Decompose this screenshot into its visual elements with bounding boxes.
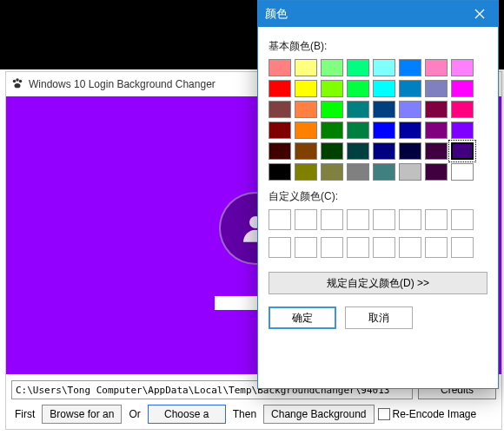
color-swatch[interactable]	[451, 142, 474, 160]
window-title: Windows 10 Login Background Changer	[29, 72, 216, 96]
color-swatch[interactable]	[451, 101, 474, 118]
custom-color-slot[interactable]	[295, 209, 317, 230]
color-swatch[interactable]	[373, 59, 395, 76]
custom-color-slot[interactable]	[399, 209, 421, 230]
custom-color-slot[interactable]	[347, 237, 369, 258]
custom-color-slot[interactable]	[347, 209, 369, 230]
custom-color-slot[interactable]	[399, 237, 421, 258]
svg-point-2	[19, 80, 23, 83]
custom-color-slot[interactable]	[373, 209, 395, 230]
color-swatch[interactable]	[321, 142, 343, 160]
color-swatch[interactable]	[451, 80, 474, 97]
color-swatch[interactable]	[399, 142, 421, 160]
color-swatch[interactable]	[425, 142, 448, 160]
dialog-close-icon[interactable]	[468, 3, 491, 25]
custom-color-slot[interactable]	[425, 237, 448, 258]
basic-colors-grid	[269, 59, 487, 181]
color-swatch[interactable]	[399, 80, 421, 97]
color-swatch[interactable]	[295, 59, 317, 76]
color-swatch[interactable]	[373, 163, 395, 181]
define-custom-button[interactable]: 规定自定义颜色(D) >>	[269, 272, 487, 294]
choose-color-button[interactable]: Choose a	[148, 405, 226, 424]
color-swatch[interactable]	[269, 59, 291, 76]
color-swatch[interactable]	[269, 142, 291, 160]
svg-point-1	[16, 78, 19, 82]
custom-color-slot[interactable]	[295, 237, 317, 258]
basic-colors-label: 基本颜色(B):	[269, 39, 487, 54]
color-swatch[interactable]	[321, 122, 343, 139]
custom-color-slot[interactable]	[321, 237, 343, 258]
color-swatch[interactable]	[399, 101, 421, 118]
color-swatch[interactable]	[399, 59, 421, 76]
dialog-title: 颜色	[265, 6, 288, 22]
dialog-titlebar: 颜色	[258, 1, 498, 27]
custom-color-slot[interactable]	[373, 237, 395, 258]
color-swatch[interactable]	[347, 101, 369, 118]
color-swatch[interactable]	[425, 59, 448, 76]
color-swatch[interactable]	[321, 80, 343, 97]
color-swatch[interactable]	[373, 101, 395, 118]
color-swatch[interactable]	[321, 59, 343, 76]
custom-color-slot[interactable]	[451, 209, 474, 230]
color-swatch[interactable]	[347, 163, 369, 181]
label-first: First	[11, 408, 38, 420]
color-swatch[interactable]	[373, 122, 395, 139]
label-or: Or	[125, 408, 143, 420]
color-swatch[interactable]	[269, 163, 291, 181]
color-swatch[interactable]	[269, 101, 291, 118]
color-swatch[interactable]	[451, 163, 474, 181]
color-swatch[interactable]	[451, 122, 474, 139]
label-then: Then	[229, 408, 260, 420]
custom-color-slot[interactable]	[321, 209, 343, 230]
custom-color-slot[interactable]	[451, 237, 474, 258]
ok-button[interactable]: 确定	[269, 306, 336, 329]
custom-color-slot[interactable]	[425, 209, 448, 230]
app-icon	[11, 77, 23, 89]
svg-point-3	[15, 83, 21, 88]
color-swatch[interactable]	[295, 80, 317, 97]
color-swatch[interactable]	[347, 80, 369, 97]
color-swatch[interactable]	[399, 122, 421, 139]
color-swatch[interactable]	[373, 80, 395, 97]
color-swatch[interactable]	[269, 122, 291, 139]
color-swatch[interactable]	[425, 101, 448, 118]
color-swatch[interactable]	[295, 142, 317, 160]
color-swatch[interactable]	[399, 163, 421, 181]
color-swatch[interactable]	[321, 163, 343, 181]
reencode-checkbox[interactable]: Re-Encode Image	[378, 408, 477, 421]
change-background-button[interactable]: Change Background	[263, 405, 374, 424]
color-swatch[interactable]	[425, 80, 448, 97]
color-swatch[interactable]	[269, 80, 291, 97]
reencode-label: Re-Encode Image	[393, 408, 477, 420]
color-swatch[interactable]	[373, 142, 395, 160]
color-swatch[interactable]	[451, 59, 474, 76]
color-swatch[interactable]	[321, 101, 343, 118]
color-swatch[interactable]	[425, 163, 448, 181]
color-swatch[interactable]	[295, 122, 317, 139]
custom-color-slot[interactable]	[269, 209, 291, 230]
color-swatch[interactable]	[347, 59, 369, 76]
custom-color-slot[interactable]	[269, 237, 291, 258]
color-swatch[interactable]	[347, 142, 369, 160]
custom-colors-label: 自定义颜色(C):	[269, 189, 487, 204]
browse-button[interactable]: Browse for an	[42, 405, 122, 424]
color-swatch[interactable]	[295, 101, 317, 118]
color-dialog: 颜色 基本颜色(B): 自定义颜色(C): 规定自定义颜色(D) >> 确定 取…	[257, 0, 499, 389]
color-swatch[interactable]	[295, 163, 317, 181]
custom-colors-grid	[269, 209, 487, 260]
color-swatch[interactable]	[347, 122, 369, 139]
cancel-button[interactable]: 取消	[345, 306, 413, 329]
color-swatch[interactable]	[425, 122, 448, 139]
svg-point-0	[13, 80, 17, 83]
